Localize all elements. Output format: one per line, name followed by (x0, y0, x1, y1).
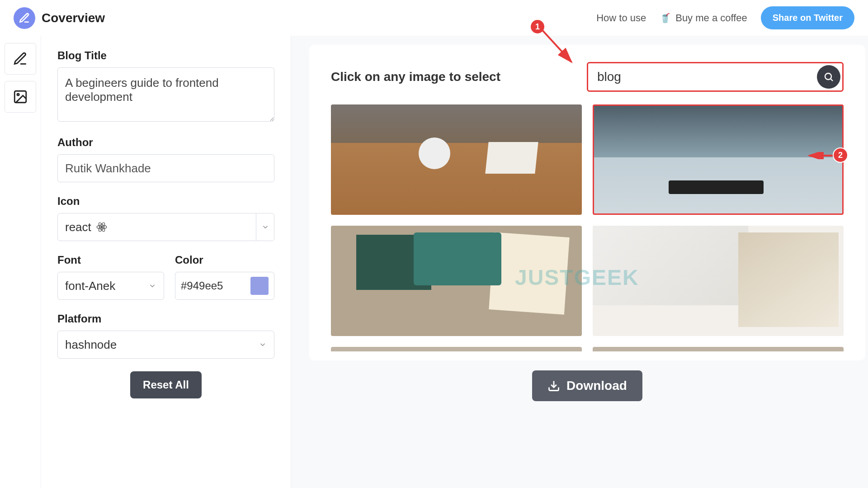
image-result[interactable] (593, 226, 844, 336)
platform-label: Platform (57, 313, 274, 325)
layout: Blog Title A begineers guide to frontend… (0, 36, 868, 488)
picker-title: Click on any image to select (331, 70, 500, 84)
search-icon (823, 71, 834, 82)
svg-point-1 (17, 94, 19, 95)
color-picker[interactable]: #949ee5 (175, 272, 274, 300)
font-label: Font (57, 254, 164, 266)
icon-select-value: react (65, 220, 91, 234)
font-select[interactable]: font-Anek (57, 272, 164, 300)
reset-all-button[interactable]: Reset All (130, 371, 202, 398)
edit-tab-button[interactable] (5, 43, 36, 75)
icon-label: Icon (57, 195, 274, 208)
search-field (587, 62, 844, 92)
svg-point-2 (101, 226, 103, 228)
buy-coffee-link[interactable]: 🥤 Buy me a coffee (660, 12, 747, 24)
color-swatch (250, 277, 269, 295)
left-rail (0, 36, 41, 488)
image-result[interactable] (331, 104, 582, 215)
image-result[interactable] (331, 226, 582, 336)
image-tab-button[interactable] (5, 81, 36, 113)
app-title: Coverview (42, 11, 105, 25)
platform-select[interactable]: hashnode (57, 331, 274, 359)
download-button[interactable]: Download (532, 370, 642, 401)
chevron-down-icon (259, 341, 267, 349)
color-label: Color (175, 254, 274, 266)
buy-coffee-label: Buy me a coffee (675, 12, 747, 24)
author-label: Author (57, 136, 274, 149)
blog-title-label: Blog Title (57, 49, 274, 62)
header: Coverview How to use 🥤 Buy me a coffee S… (0, 0, 868, 36)
coffee-icon: 🥤 (660, 13, 671, 24)
image-result[interactable] (593, 347, 844, 351)
how-to-use-link[interactable]: How to use (596, 12, 646, 24)
image-icon (13, 89, 28, 104)
search-button[interactable] (817, 65, 840, 89)
platform-select-value: hashnode (65, 338, 259, 352)
search-input[interactable] (597, 70, 817, 84)
react-icon (96, 221, 108, 233)
header-left: Coverview (14, 7, 105, 29)
color-hex-value: #949ee5 (181, 280, 245, 292)
image-result[interactable] (331, 347, 582, 351)
image-picker-card: Click on any image to select JUSTGEEK (309, 45, 865, 360)
icon-select[interactable]: react (57, 213, 274, 241)
download-icon (547, 379, 560, 392)
header-right: How to use 🥤 Buy me a coffee Share on Tw… (596, 6, 854, 29)
pencil-icon (13, 51, 28, 66)
image-grid: JUSTGEEK (331, 104, 844, 351)
sidebar: Blog Title A begineers guide to frontend… (41, 36, 291, 488)
app-logo-icon (14, 7, 35, 29)
chevron-down-icon (148, 282, 156, 290)
author-input[interactable] (57, 154, 274, 182)
svg-point-6 (825, 73, 831, 80)
main: Click on any image to select JUSTGEEK (291, 36, 868, 488)
image-result[interactable] (593, 104, 844, 215)
share-twitter-button[interactable]: Share on Twitter (761, 6, 854, 29)
download-label: Download (566, 379, 627, 393)
blog-title-input[interactable]: A begineers guide to frontend developmen… (57, 67, 274, 122)
chevron-down-icon (261, 223, 269, 231)
font-select-value: font-Anek (65, 279, 148, 293)
